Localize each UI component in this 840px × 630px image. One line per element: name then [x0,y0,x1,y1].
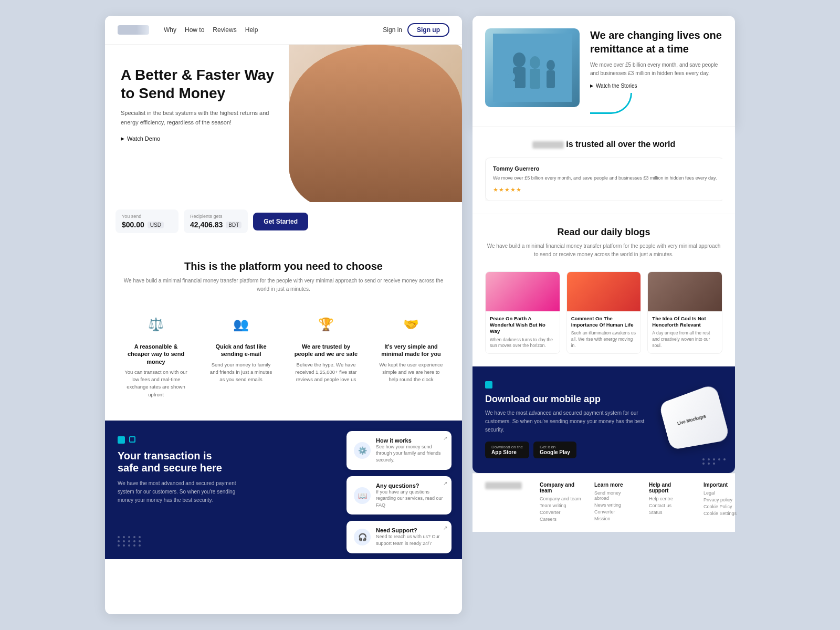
how-it-works-card[interactable]: ⚙️ How it works See how your money send … [346,431,452,470]
you-send-currency[interactable]: USD [148,222,164,228]
svg-point-7 [508,72,515,81]
help-cards: ⚙️ How it works See how your money send … [346,431,452,553]
recipient-label: Recipients gets [190,214,242,219]
hero-image [289,45,462,202]
signin-button[interactable]: Sign in [383,26,402,34]
platform-subtitle: We have build a minimal financial money … [118,277,449,293]
reviewer-name-1: Tommy Guerrero [493,165,717,172]
blog-image-1 [486,272,560,311]
nav-reviews[interactable]: Reviews [213,26,236,34]
trusted-title-text: is trusted all over the world [566,140,675,149]
blog-post-desc-2: Such an illumination awakens us all. We … [571,330,637,349]
blog-image-2 [567,272,641,311]
app-store-label: App Store [491,449,517,455]
app-teal-square [485,381,492,388]
footer-col-3-item-2[interactable]: Contact us [649,503,691,508]
blog-content-3: The Idea Of God Is Not Henceforth Releva… [648,311,722,353]
features-grid: ⚖️ A reasonalble & cheaper way to send m… [118,306,449,404]
nav-help[interactable]: Help [245,26,258,34]
you-send-amount[interactable]: $00.00 [122,220,144,229]
blog-card-1[interactable]: Peace On Earth A Wonderful Wish But No W… [485,271,560,354]
any-questions-desc: If you have any questions regarding our … [376,489,444,509]
feature-4: 🤝 It's very simple and minimal made for … [373,306,449,404]
watch-stories-link[interactable]: Watch the Stories [590,83,722,89]
you-send-row: $00.00 USD [122,220,172,229]
you-send-box: You send $00.00 USD [116,209,178,233]
teal-square-1 [118,436,125,444]
google-play-label: Google Play [540,449,570,455]
feature-2-icon: 👥 [228,311,254,338]
blog-grid: Peace On Earth A Wonderful Wish But No W… [485,271,722,354]
feature-4-title: It's very simple and minimal made for yo… [378,343,444,358]
recipient-currency: BDT [226,222,242,228]
footer-col-3-item-3[interactable]: Status [649,510,691,515]
feature-2: 👥 Quick and fast like sending e-mail Sen… [203,306,279,404]
footer-col-2-item-4[interactable]: Mission [594,516,636,521]
right-hero-image [485,28,580,107]
app-title: Download our mobile app [485,394,649,405]
review-card-1: Tommy Guerrero We move over £5 billion e… [485,158,722,201]
any-questions-icon: 📖 [354,487,371,504]
footer-col-1-item-2[interactable]: Team writing [540,503,582,508]
blog-image-3 [648,272,722,311]
any-questions-card[interactable]: 📖 Any questions? If you have any questio… [346,476,452,515]
how-it-works-icon: ⚙️ [354,442,371,459]
blog-card-2[interactable]: Comment On The Importance Of Human Life … [566,271,642,354]
phone-label: Live Mockups [677,413,707,426]
footer-col-4-item-2[interactable]: Privacy policy [704,497,746,502]
nav-howto[interactable]: How to [185,26,204,34]
any-questions-title: Any questions? [376,482,444,489]
hero-section: A Better & Faster Way to Send Money Spec… [105,45,462,202]
stars-1: ★★★★★ [493,186,717,193]
footer-col-2-title: Learn more [594,482,636,488]
any-questions-content: Any questions? If you have any questions… [376,482,444,509]
need-support-icon: 🎧 [354,529,371,545]
blog-post-title-3: The Idea Of God Is Not Henceforth Releva… [652,316,718,329]
blog-section: Read our daily blogs We have build a min… [472,214,735,367]
secure-desc: We have the most advanced and secured pa… [118,479,249,505]
need-support-arrow: ↗ [443,525,447,531]
right-panel: We are changing lives one remittance at … [472,16,735,614]
blog-content-1: Peace On Earth A Wonderful Wish But No W… [486,311,560,354]
how-it-works-desc: See how your money send through your fam… [376,444,444,464]
secure-title: Your transaction is safe and secure here [118,450,233,474]
trusted-section: is trusted all over the world Tommy Guer… [472,127,735,214]
footer-col-1-item-3[interactable]: Converter [540,510,582,515]
blog-card-3[interactable]: The Idea Of God Is Not Henceforth Releva… [647,271,722,354]
app-dots [702,458,727,465]
feature-3-title: We are trusted by people and we are safe [293,343,359,358]
signup-button[interactable]: Sign up [407,23,449,37]
footer-logo-area [485,482,527,523]
footer-col-1-item-1[interactable]: Company and team [540,496,582,501]
footer-col-1-item-4[interactable]: Careers [540,517,582,522]
svg-point-1 [513,52,526,67]
svg-point-3 [530,56,540,69]
app-store-button[interactable]: Download on the App Store [485,442,529,458]
nav-why[interactable]: Why [164,26,176,34]
app-desc: We have the most advanced and secured pa… [485,409,649,434]
google-play-button[interactable]: Get it on Google Play [533,442,576,458]
footer-col-1-title: Company and team [540,482,582,494]
footer-col-4-item-3[interactable]: Cookie Policy [704,504,746,509]
blog-subtitle: We have build a minimal financial money … [485,242,722,259]
app-deco [485,381,649,388]
nav-actions: Sign in Sign up [383,23,449,37]
app-store-prefix: Download on the [491,445,523,449]
footer-col-3-item-1[interactable]: Help centre [649,496,691,501]
footer-col-2-item-1[interactable]: Send money abroad [594,490,636,501]
footer-col-2-item-3[interactable]: Converter [594,509,636,514]
footer-col-4-item-1[interactable]: Legal [704,490,746,496]
footer-col-4-item-4[interactable]: Cookie Settings [704,511,746,516]
footer-col-1: Company and team Company and team Team w… [540,482,582,523]
get-started-button[interactable]: Get Started [253,213,308,230]
need-support-card[interactable]: 🎧 Need Support? Need to reach us with us… [346,521,452,553]
phone-mockup: Live Mockups [659,383,730,450]
need-support-title: Need Support? [376,527,444,533]
footer-col-2: Learn more Send money abroad News writin… [594,482,636,523]
recipient-row: 42,406.83 BDT [190,220,242,229]
transfer-widget: You send $00.00 USD Recipients gets 42,4… [105,202,462,244]
family-svg [493,34,572,102]
feature-2-title: Quick and fast like sending e-mail [208,343,274,358]
watch-demo-link[interactable]: Watch Demo [121,135,278,142]
footer-col-2-item-2[interactable]: News writing [594,502,636,508]
